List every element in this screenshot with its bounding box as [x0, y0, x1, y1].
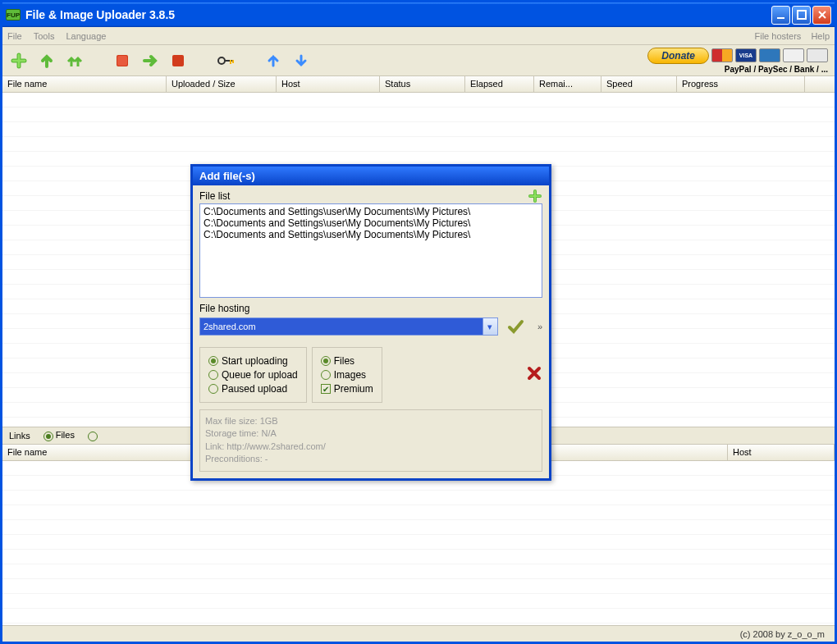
key-icon[interactable]	[216, 51, 236, 71]
svg-rect-1	[798, 11, 806, 19]
bank-icon	[807, 48, 828, 62]
skip-icon[interactable]	[140, 51, 160, 71]
file-list-item[interactable]: C:\Documents and Settings\user\My Docume…	[204, 217, 538, 229]
discover-icon	[783, 48, 804, 62]
svg-rect-0	[777, 17, 784, 19]
column-file-name[interactable]: File name	[2, 76, 167, 92]
titlebar: FUP File & Image Uploader 3.8.5	[2, 2, 835, 27]
files-radio[interactable]: Files	[43, 430, 75, 441]
stop-icon[interactable]	[168, 51, 188, 71]
menu-language[interactable]: Language	[66, 31, 106, 41]
remove-icon[interactable]	[112, 51, 132, 71]
column-status[interactable]: Status	[380, 76, 465, 92]
window-title: File & Image Uploader 3.8.5	[25, 8, 771, 21]
column-elapsed[interactable]: Elapsed	[465, 76, 534, 92]
svg-rect-5	[117, 56, 127, 66]
visa-icon: VISA	[735, 48, 757, 62]
donate-button[interactable]: Donate	[647, 48, 709, 64]
menu-tools[interactable]: Tools	[34, 31, 55, 41]
close-button[interactable]	[812, 6, 831, 25]
menu-file[interactable]: File	[7, 31, 22, 41]
premium-check[interactable]: ✔Premium	[321, 383, 373, 395]
col-host[interactable]: Host	[728, 445, 835, 460]
statusbar: (c) 2008 by z_o_o_m	[2, 625, 835, 642]
info-maxsize: Max file size: 1GB	[205, 415, 537, 427]
app-icon: FUP	[6, 9, 21, 21]
upload-all-icon[interactable]	[65, 51, 85, 71]
upload-icon[interactable]	[37, 51, 57, 71]
mastercard-icon	[711, 48, 733, 62]
menubar: File Tools Language File hosters Help	[2, 27, 835, 45]
menu-help[interactable]: Help	[811, 31, 830, 41]
column-uploaded-size[interactable]: Uploaded / Size	[167, 76, 277, 92]
svg-point-7	[218, 57, 225, 64]
svg-rect-9	[230, 60, 231, 64]
queue-radio[interactable]: Queue for upload	[208, 369, 298, 381]
columns-header: File nameUploaded / SizeHostStatusElapse…	[2, 76, 835, 93]
svg-rect-10	[232, 60, 234, 63]
links-grid[interactable]	[2, 461, 835, 625]
files-type-radio[interactable]: Files	[321, 355, 373, 367]
images-type-radio[interactable]: Images	[321, 369, 373, 381]
info-storage: Storage time: N/A	[205, 427, 537, 440]
toolbar: Donate VISA PayPal / PaySec / Bank / ...	[2, 45, 835, 76]
minimize-button[interactable]	[771, 6, 790, 25]
column-remai-[interactable]: Remai...	[534, 76, 601, 92]
file-list[interactable]: C:\Documents and Settings\user\My Docume…	[199, 203, 542, 298]
file-list-label: File list	[199, 190, 526, 202]
move-up-icon[interactable]	[263, 51, 283, 71]
links-label: Links	[9, 431, 30, 441]
column-speed[interactable]: Speed	[601, 76, 677, 92]
file-hosting-label: File hosting	[199, 303, 542, 314]
hosting-info: Max file size: 1GB Storage time: N/A Lin…	[199, 409, 542, 472]
more-button[interactable]: »	[537, 322, 542, 331]
svg-rect-6	[172, 55, 184, 66]
dialog-title: Add file(-s)	[193, 167, 549, 185]
column-host[interactable]: Host	[277, 76, 380, 92]
donate-area: Donate VISA PayPal / PaySec / Bank / ...	[647, 48, 828, 74]
add-icon[interactable]	[9, 51, 29, 71]
info-preconditions: Preconditions: -	[205, 453, 537, 465]
partial-radio[interactable]	[88, 430, 100, 441]
column-progress[interactable]: Progress	[677, 76, 805, 92]
start-uploading-radio[interactable]: Start uploading	[208, 355, 298, 367]
svg-rect-8	[224, 60, 233, 62]
info-link: Link: http://www.2shared.com/	[205, 441, 537, 453]
add-file-icon[interactable]	[528, 189, 542, 203]
amex-icon	[759, 48, 780, 62]
file-list-item[interactable]: C:\Documents and Settings\user\My Docume…	[204, 229, 538, 240]
menu-file-hosters[interactable]: File hosters	[755, 31, 802, 41]
maximize-button[interactable]	[792, 6, 811, 25]
donate-subtitle: PayPal / PaySec / Bank / ...	[725, 65, 828, 74]
hosting-combo[interactable]: 2shared.com ▾	[199, 317, 498, 336]
move-down-icon[interactable]	[291, 51, 311, 71]
chevron-down-icon[interactable]: ▾	[483, 318, 497, 335]
add-files-dialog: Add file(-s) File list C:\Documents and …	[190, 164, 551, 481]
cancel-icon[interactable]	[526, 365, 542, 381]
copyright-label: (c) 2008 by z_o_o_m	[740, 629, 825, 639]
confirm-icon[interactable]	[506, 317, 524, 336]
type-panel: Files Images ✔Premium	[312, 347, 382, 403]
hosting-value: 2shared.com	[204, 322, 256, 331]
paused-radio[interactable]: Paused upload	[208, 383, 298, 395]
upload-mode-panel: Start uploading Queue for upload Paused …	[199, 347, 307, 403]
file-list-item[interactable]: C:\Documents and Settings\user\My Docume…	[204, 206, 538, 217]
